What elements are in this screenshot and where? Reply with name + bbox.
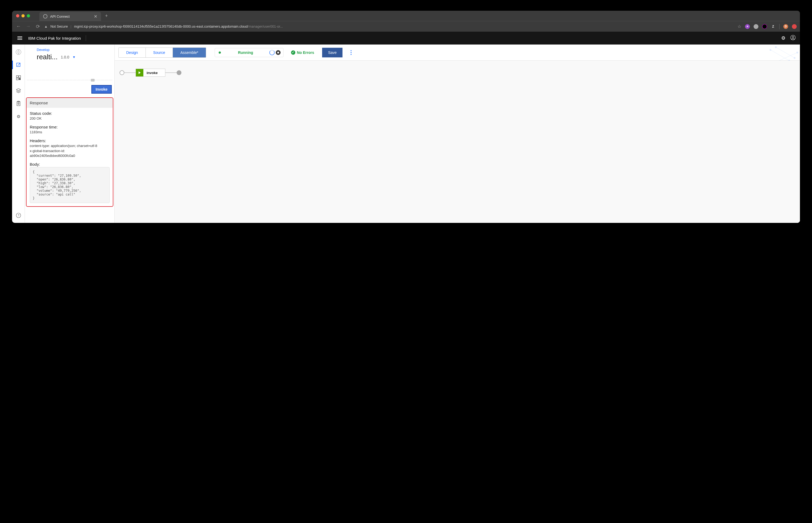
node-label: invoke: [144, 71, 165, 75]
status-code-value: 200 OK: [30, 116, 110, 121]
favicon-icon: [43, 14, 48, 18]
response-time-value: 1183ms: [30, 130, 110, 134]
svg-rect-3: [16, 76, 18, 77]
headers-label: Headers:: [30, 139, 110, 143]
no-errors-label: No Errors: [297, 50, 314, 55]
svg-point-9: [18, 103, 19, 105]
settings-icon[interactable]: ⚙: [781, 35, 786, 41]
tab-title: API Connect: [50, 15, 70, 18]
extension-icon[interactable]: [754, 24, 758, 29]
tab-assemble[interactable]: Assemble*: [173, 48, 206, 57]
app-header: IBM Cloud Pak for Integration ⚙: [12, 32, 800, 44]
minimize-window-button[interactable]: [21, 14, 25, 17]
develop-icon[interactable]: [16, 62, 21, 68]
forward-button[interactable]: →: [25, 23, 31, 29]
clipboard-icon[interactable]: [16, 101, 21, 106]
running-label: Running: [238, 50, 253, 55]
reload-button[interactable]: ⟳: [35, 23, 41, 30]
dashboard-icon[interactable]: [16, 75, 21, 80]
svg-rect-5: [16, 78, 18, 80]
view-tabs: Design Source Assemble*: [118, 48, 206, 58]
left-nav-rail: ⚙ ?: [12, 44, 25, 223]
header-transaction-id: x-global-transaction-id: ab90e2405edbbed…: [30, 149, 110, 158]
address-bar: ← → ⟳ ▲ Not Secure | mgmt.icp-proxy.icp4…: [12, 21, 800, 32]
flow-diagram: invoke: [119, 69, 795, 77]
not-secure-label: Not Secure: [50, 24, 68, 29]
response-time-label: Response time:: [30, 125, 110, 129]
extension-icon[interactable]: [762, 24, 767, 29]
tab-design[interactable]: Design: [119, 48, 146, 57]
flow-end-node[interactable]: [176, 70, 182, 75]
invoke-button[interactable]: Invoke: [91, 85, 112, 94]
help-icon[interactable]: ?: [16, 213, 21, 218]
svg-rect-6: [19, 78, 21, 80]
extension-icon[interactable]: ✦: [745, 24, 750, 29]
new-tab-button[interactable]: +: [105, 13, 108, 19]
workspace: ⚙ ? Develop realti... 1.0.0 ▼ Invoke Res…: [12, 44, 800, 223]
header-content-type: content-type: application/json; charset=…: [30, 144, 110, 148]
menu-button[interactable]: [16, 35, 23, 41]
user-icon[interactable]: [790, 35, 796, 41]
tab-source[interactable]: Source: [146, 48, 173, 57]
home-icon[interactable]: [16, 49, 21, 55]
not-secure-icon: ▲: [44, 24, 48, 29]
api-title: realti...: [37, 53, 58, 61]
browser-extensions: ☆ ✦ Z D: [737, 24, 797, 29]
panel-divider: [27, 80, 112, 80]
breadcrumb-develop[interactable]: Develop: [37, 48, 102, 52]
gear-icon[interactable]: ⚙: [16, 114, 21, 119]
traffic-lights: [16, 14, 30, 17]
url-host: mgmt.icp-proxy.icp4i-workshop-f009311413…: [74, 24, 248, 29]
layers-icon[interactable]: [16, 88, 21, 93]
svg-text:?: ?: [17, 214, 19, 217]
assembly-canvas[interactable]: invoke: [115, 60, 800, 223]
test-status: Running: [215, 48, 284, 57]
browser-window: API Connect ✕ + ← → ⟳ ▲ Not Secure | mgm…: [12, 11, 800, 223]
svg-rect-4: [19, 76, 21, 77]
status-code-label: Status code:: [30, 111, 110, 115]
running-indicator-icon: [219, 52, 221, 54]
panel-header: Develop realti... 1.0.0 ▼: [25, 44, 114, 64]
play-icon: [136, 69, 144, 76]
api-version: 1.0.0: [61, 55, 69, 59]
check-icon: ✓: [291, 50, 295, 55]
drag-handle-icon[interactable]: [91, 79, 95, 82]
profile-icon[interactable]: D: [783, 24, 788, 29]
response-header: Response: [26, 98, 113, 108]
test-panel: Develop realti... 1.0.0 ▼ Invoke Respons…: [25, 44, 115, 223]
errors-status[interactable]: ✓ No Errors: [291, 50, 314, 55]
flow-start-node[interactable]: [119, 70, 124, 75]
bookmark-icon[interactable]: ☆: [737, 24, 741, 29]
version-dropdown-icon[interactable]: ▼: [72, 55, 76, 59]
editor-toolbar: Design Source Assemble* Running ✓ No Err…: [115, 44, 800, 60]
close-window-button[interactable]: [16, 14, 19, 17]
app-name: IBM Cloud Pak for Integration: [28, 36, 81, 40]
extension-icon[interactable]: Z: [771, 24, 776, 29]
titlebar: API Connect ✕ +: [12, 11, 800, 21]
overflow-menu-icon[interactable]: [349, 49, 353, 57]
extension-icon[interactable]: [792, 24, 797, 29]
stop-button[interactable]: [276, 50, 281, 55]
url-field[interactable]: ▲ Not Secure | mgmt.icp-proxy.icp4i-work…: [44, 24, 734, 29]
url-path: /manager/user001-or...: [248, 24, 283, 29]
response-panel: Response Status code: 200 OK Response ti…: [26, 97, 113, 207]
body-label: Body:: [30, 162, 110, 166]
back-button[interactable]: ←: [15, 23, 22, 29]
save-button[interactable]: Save: [322, 48, 342, 57]
loading-spinner-icon: [269, 50, 275, 55]
invoke-node[interactable]: invoke: [136, 69, 165, 77]
maximize-window-button[interactable]: [27, 14, 30, 17]
svg-point-1: [792, 36, 794, 38]
response-body-code: { "current": "27,109.50", "open": "26,83…: [30, 167, 110, 203]
close-tab-icon[interactable]: ✕: [94, 14, 97, 19]
browser-tab[interactable]: API Connect ✕: [39, 12, 101, 21]
main-canvas: Design Source Assemble* Running ✓ No Err…: [115, 44, 800, 223]
